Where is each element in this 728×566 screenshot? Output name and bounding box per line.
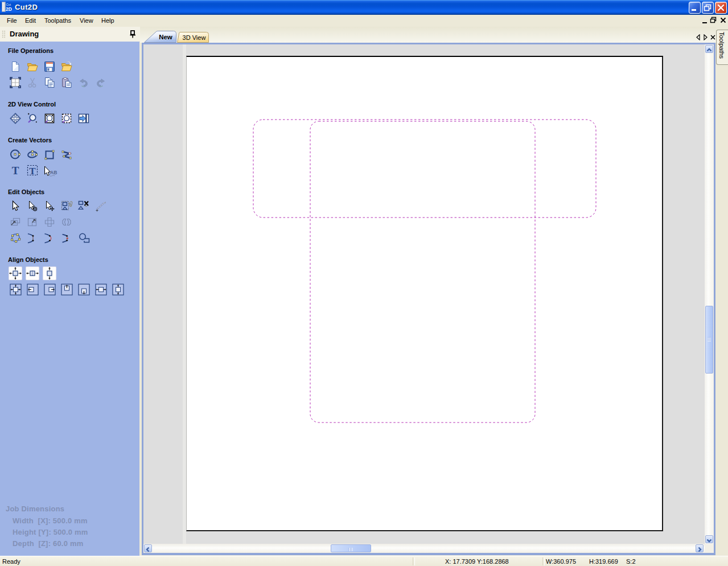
svg-text:T: T [29,166,36,177]
svg-text:2D: 2D [6,6,12,12]
svg-text:3D View: 3D View [183,34,206,41]
svg-text:T: T [12,165,19,176]
svg-text:New: New [159,34,172,40]
